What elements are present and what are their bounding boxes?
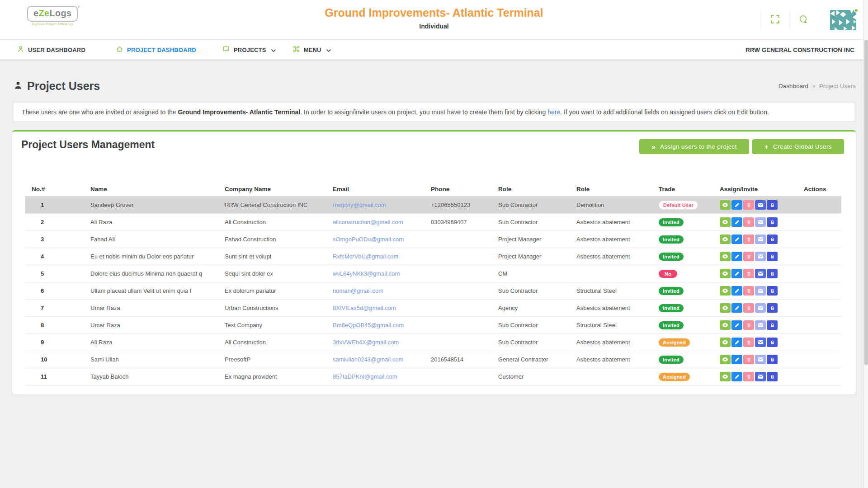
delete-button[interactable] (743, 372, 754, 381)
edit-button[interactable] (731, 355, 742, 364)
command-icon (293, 46, 300, 54)
view-button[interactable] (720, 320, 731, 330)
edit-button[interactable] (731, 372, 742, 381)
mail-button[interactable] (755, 235, 766, 244)
lock-button[interactable] (767, 372, 778, 381)
cell-no: 7 (25, 305, 84, 311)
lock-button[interactable] (767, 320, 778, 330)
trash-icon (746, 271, 751, 277)
double-arrow-right-icon: » (651, 143, 656, 150)
avatar[interactable] (830, 10, 856, 30)
lock-button[interactable] (767, 269, 778, 278)
delete-button[interactable] (743, 286, 754, 296)
lock-button[interactable] (767, 286, 778, 296)
delete-button[interactable] (743, 269, 754, 278)
scrollbar-thumb[interactable] (864, 40, 868, 365)
nav-projects[interactable]: PROJECTS (222, 46, 276, 54)
edit-button[interactable] (731, 303, 742, 313)
eye-icon (722, 357, 728, 362)
lock-button[interactable] (767, 200, 778, 210)
view-button[interactable] (720, 235, 731, 244)
email-link[interactable]: 3tfxVWEb4X@gmail.com (333, 339, 399, 346)
email-link[interactable]: 857IaDPKnI@gmail.com (333, 373, 397, 380)
email-link[interactable]: numan@gmail.com (333, 287, 383, 294)
view-button[interactable] (720, 372, 731, 381)
here-link[interactable]: here (547, 108, 560, 116)
view-button[interactable] (720, 269, 731, 278)
logo[interactable]: eZeLogs ® Improve Project Efficiency (27, 6, 78, 26)
mail-button[interactable] (755, 269, 766, 278)
email-link[interactable]: Bm6eQpOB45@gmail.com (333, 322, 404, 328)
email-link[interactable]: sOmgoPuODu@gmail.com (333, 236, 404, 243)
fullscreen-button[interactable] (761, 0, 789, 40)
nav-user-dashboard[interactable]: USER DASHBOARD (17, 46, 85, 54)
lock-button[interactable] (767, 338, 778, 347)
delete-button[interactable] (743, 235, 754, 244)
mail-button[interactable] (755, 303, 766, 313)
trash-icon (746, 305, 751, 311)
breadcrumb: Dashboard > Project Users (778, 83, 856, 89)
view-button[interactable] (720, 200, 731, 210)
delete-button[interactable] (743, 320, 754, 330)
edit-button[interactable] (731, 200, 742, 210)
page-scrollbar[interactable] (863, 0, 868, 488)
view-button[interactable] (720, 355, 731, 364)
mail-button[interactable] (755, 252, 766, 261)
cell-company: Ex dolorum pariatur (218, 287, 326, 294)
nav-menu[interactable]: MENU (293, 46, 331, 54)
mail-button[interactable] (755, 338, 766, 347)
view-button[interactable] (720, 217, 731, 227)
delete-button[interactable] (743, 200, 754, 210)
email-link[interactable]: wvL64yNKk3@gmail.com (333, 270, 400, 277)
view-button[interactable] (720, 252, 731, 261)
cell-role2: Asbestos abatement (570, 305, 652, 311)
mail-button[interactable] (755, 286, 766, 296)
cell-phone: 03034969407 (425, 219, 492, 225)
delete-button[interactable] (743, 338, 754, 347)
edit-button[interactable] (731, 217, 742, 227)
action-buttons (720, 372, 797, 381)
column-header-role: Role (492, 186, 570, 192)
view-button[interactable] (720, 286, 731, 296)
delete-button[interactable] (743, 217, 754, 227)
edit-button[interactable] (731, 235, 742, 244)
breadcrumb-dashboard[interactable]: Dashboard (778, 83, 808, 89)
lock-button[interactable] (767, 355, 778, 364)
edit-button[interactable] (731, 252, 742, 261)
delete-button[interactable] (743, 355, 754, 364)
edit-button[interactable] (731, 269, 742, 278)
delete-button[interactable] (743, 303, 754, 313)
nav-project-dashboard[interactable]: PROJECT DASHBOARD (116, 46, 196, 54)
email-link[interactable]: RxfsMcrVbU@gmail.com (333, 253, 398, 260)
edit-button[interactable] (731, 320, 742, 330)
email-link[interactable]: rrwgcny@gmail.com (333, 202, 386, 208)
action-buttons (720, 303, 797, 313)
info-project-name: Ground Improvements- Atlantic Terminal (178, 108, 301, 116)
edit-button[interactable] (731, 338, 742, 347)
lock-button[interactable] (767, 217, 778, 227)
lock-icon (770, 271, 775, 277)
mail-button[interactable] (755, 217, 766, 227)
column-header-email: Email (326, 186, 425, 192)
email-link[interactable]: 8XIVfLax5d@gmail.com (333, 305, 396, 311)
eye-icon (722, 220, 728, 225)
fullscreen-icon (770, 14, 780, 25)
mail-button[interactable] (755, 200, 766, 210)
email-link[interactable]: aliconstruction@gmail.com (333, 219, 403, 225)
mail-button[interactable] (755, 355, 766, 364)
mail-button[interactable] (755, 372, 766, 381)
edit-button[interactable] (731, 286, 742, 296)
delete-button[interactable] (743, 252, 754, 261)
cell-role: CM (492, 270, 570, 277)
email-link[interactable]: samiullah0243@gmail.com (333, 356, 403, 363)
chat-button[interactable] (789, 0, 817, 40)
view-button[interactable] (720, 303, 731, 313)
create-global-users-button[interactable]: + Create Global Users (752, 139, 844, 154)
lock-button[interactable] (767, 252, 778, 261)
view-button[interactable] (720, 338, 731, 347)
envelope-icon (758, 323, 764, 328)
assign-users-button[interactable]: » Assign users to the project (639, 139, 749, 154)
lock-button[interactable] (767, 235, 778, 244)
lock-button[interactable] (767, 303, 778, 313)
mail-button[interactable] (755, 320, 766, 330)
